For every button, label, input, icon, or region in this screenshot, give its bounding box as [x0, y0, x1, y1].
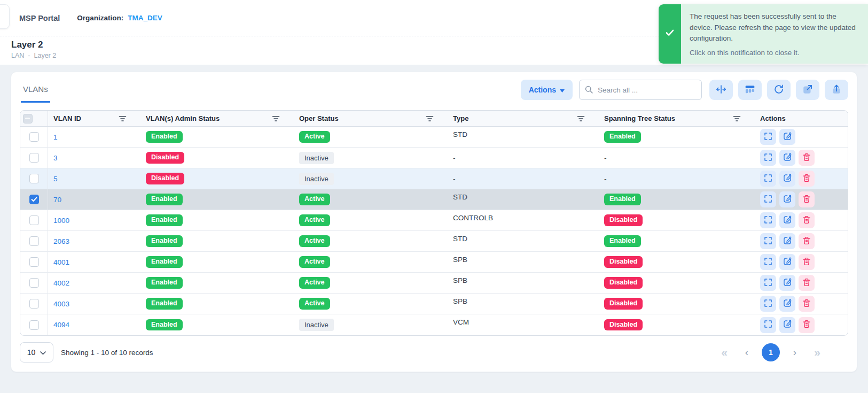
delete-row-button[interactable] [799, 233, 815, 249]
columns-button[interactable] [738, 80, 762, 100]
row-checkbox[interactable] [29, 278, 39, 288]
vlan-id-link[interactable]: 4002 [53, 279, 69, 287]
filter-icon[interactable] [425, 114, 435, 123]
filter-icon[interactable] [576, 114, 586, 123]
last-page-button[interactable]: » [810, 345, 825, 360]
expand-row-button[interactable] [760, 233, 776, 249]
table-row[interactable]: 1 Enabled Active STD Enabled [20, 127, 848, 148]
page-size-value: 10 [27, 348, 36, 357]
vlan-id-link[interactable]: 70 [53, 196, 61, 204]
row-checkbox[interactable] [29, 153, 39, 163]
vlans-table: VLAN ID VLAN(s) Admin Status Oper Status… [20, 110, 848, 336]
expand-row-button[interactable] [760, 296, 776, 312]
open-expand-button[interactable] [796, 80, 819, 100]
delete-row-button[interactable] [799, 171, 815, 187]
table-row[interactable]: 4002 Enabled Active SPB Disabled [20, 273, 848, 294]
export-button[interactable] [825, 80, 848, 100]
column-header-stp-status[interactable]: Spanning Tree Status [604, 114, 675, 122]
row-checkbox[interactable] [29, 174, 39, 183]
delete-row-button[interactable] [799, 150, 815, 166]
row-checkbox[interactable] [29, 215, 39, 225]
oper-status-badge: Active [299, 131, 330, 143]
table-row[interactable]: 5 Disabled Inactive - - [20, 168, 848, 189]
fit-columns-button[interactable] [709, 80, 733, 100]
edit-row-button[interactable] [779, 212, 795, 228]
success-toast[interactable]: The request has been successfully sent t… [659, 4, 868, 64]
edit-row-button[interactable] [779, 129, 795, 145]
trash-icon [802, 257, 811, 268]
filter-icon[interactable] [271, 114, 281, 123]
trash-icon [802, 194, 811, 205]
filter-icon[interactable] [732, 114, 742, 123]
table-row[interactable]: 1000 Enabled Active CONTROLB Disabled [20, 210, 848, 231]
edit-row-button[interactable] [779, 254, 795, 270]
vlan-id-link[interactable]: 2063 [53, 237, 69, 245]
row-checkbox[interactable] [29, 320, 39, 330]
edit-row-button[interactable] [779, 171, 795, 187]
refresh-button[interactable] [767, 80, 791, 100]
delete-row-button[interactable] [799, 254, 815, 270]
column-header-type[interactable]: Type [453, 114, 468, 122]
edit-row-button[interactable] [779, 191, 795, 207]
toast-status-bar [659, 4, 681, 64]
prev-page-button[interactable]: ‹ [739, 345, 754, 360]
row-checkbox[interactable] [29, 236, 39, 246]
expand-icon [763, 278, 773, 289]
vlan-id-link[interactable]: 1000 [53, 217, 69, 225]
column-header-vlan-id[interactable]: VLAN ID [53, 114, 81, 122]
table-body: 1 Enabled Active STD Enabled [20, 127, 848, 335]
page-size-select[interactable]: 10 [20, 342, 53, 363]
delete-row-button[interactable] [799, 296, 815, 312]
vlan-id-link[interactable]: 3 [53, 154, 58, 162]
expand-row-button[interactable] [760, 171, 776, 187]
expand-row-button[interactable] [760, 317, 776, 333]
select-all-checkbox[interactable] [23, 114, 33, 124]
tab-vlans[interactable]: VLANs [21, 80, 50, 103]
current-page-button[interactable]: 1 [762, 343, 780, 361]
row-checkbox[interactable] [29, 132, 39, 142]
edit-row-button[interactable] [779, 296, 795, 312]
first-page-button[interactable]: « [717, 345, 732, 360]
edit-row-button[interactable] [779, 233, 795, 249]
edit-row-button[interactable] [779, 150, 795, 166]
edit-row-button[interactable] [779, 317, 795, 333]
expand-row-button[interactable] [760, 191, 776, 207]
edit-row-button[interactable] [779, 275, 795, 291]
breadcrumb-item-lan: LAN [11, 52, 24, 59]
vlan-id-link[interactable]: 4001 [53, 258, 69, 266]
column-header-oper-status[interactable]: Oper Status [299, 114, 339, 122]
actions-dropdown-button[interactable]: Actions [521, 80, 573, 100]
organization-value-link[interactable]: TMA_DEV [128, 14, 162, 22]
oper-status-badge: Inactive [299, 173, 334, 185]
vlan-id-link[interactable]: 4003 [53, 300, 69, 308]
sidebar-handle[interactable] [0, 4, 10, 29]
oper-status-badge: Active [299, 298, 330, 310]
delete-row-button[interactable] [799, 212, 815, 228]
row-checkbox[interactable] [29, 299, 39, 309]
vlan-id-link[interactable]: 1 [53, 133, 58, 141]
expand-icon [763, 319, 773, 330]
expand-row-button[interactable] [760, 212, 776, 228]
search-input[interactable] [579, 80, 702, 100]
expand-row-button[interactable] [760, 129, 776, 145]
table-row[interactable]: 4094 Enabled Inactive VCM Disabled [20, 314, 848, 335]
expand-row-button[interactable] [760, 254, 776, 270]
table-row[interactable]: 4003 Enabled Active SPB Disabled [20, 294, 848, 314]
table-row[interactable]: 70 Enabled Active STD Enabled [20, 189, 848, 210]
row-checkbox[interactable] [29, 195, 39, 204]
expand-icon [763, 132, 773, 143]
vlan-id-link[interactable]: 5 [53, 175, 58, 183]
next-page-button[interactable]: › [787, 345, 802, 360]
table-row[interactable]: 4001 Enabled Active SPB Disabled [20, 252, 848, 273]
row-checkbox[interactable] [29, 257, 39, 267]
delete-row-button[interactable] [799, 191, 815, 207]
expand-row-button[interactable] [760, 275, 776, 291]
column-header-admin-status[interactable]: VLAN(s) Admin Status [146, 114, 220, 122]
expand-row-button[interactable] [760, 150, 776, 166]
table-row[interactable]: 3 Disabled Inactive - - [20, 148, 848, 168]
vlan-id-link[interactable]: 4094 [53, 321, 69, 329]
delete-row-button[interactable] [799, 275, 815, 291]
delete-row-button[interactable] [799, 317, 815, 333]
table-row[interactable]: 2063 Enabled Active STD Enabled [20, 231, 848, 252]
filter-icon[interactable] [118, 114, 128, 123]
